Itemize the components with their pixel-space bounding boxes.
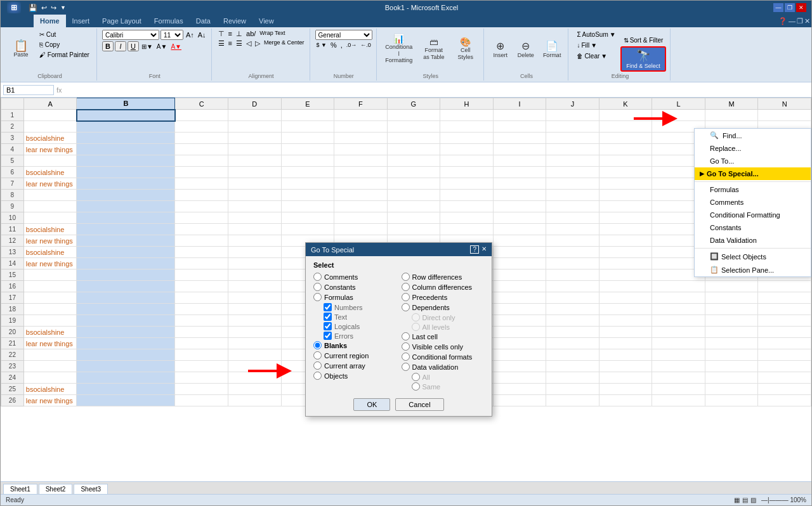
col-header-B[interactable]: B xyxy=(77,98,175,110)
cell-M20[interactable] xyxy=(705,327,758,338)
customize-qa-btn[interactable]: ▼ xyxy=(59,4,67,11)
cell-D21[interactable] xyxy=(228,338,282,349)
cell-E11[interactable] xyxy=(281,224,334,235)
cell-J4[interactable] xyxy=(546,144,599,155)
cell-C19[interactable] xyxy=(175,315,228,327)
format-cells-button[interactable]: 📄 Format xyxy=(540,30,565,68)
cell-J13[interactable] xyxy=(546,247,599,258)
cell-K6[interactable] xyxy=(599,167,652,178)
col-header-K[interactable]: K xyxy=(599,98,652,110)
col-header-L[interactable]: L xyxy=(652,98,705,110)
view-normal-btn[interactable]: ▦ xyxy=(734,496,740,503)
cell-I4[interactable] xyxy=(493,144,546,155)
cell-K17[interactable] xyxy=(599,292,652,304)
cell-J26[interactable] xyxy=(546,395,599,406)
cell-C8[interactable] xyxy=(175,190,228,201)
cell-H2[interactable] xyxy=(440,121,494,133)
zoom-slider[interactable]: —|——— 100% xyxy=(761,496,806,503)
cell-K3[interactable] xyxy=(599,133,652,144)
cell-E3[interactable] xyxy=(281,133,334,144)
col-header-G[interactable]: G xyxy=(387,98,440,110)
radio-comments-input[interactable] xyxy=(313,273,322,281)
cell-K10[interactable] xyxy=(599,212,652,224)
cell-J16[interactable] xyxy=(546,281,599,292)
cell-M22[interactable] xyxy=(705,349,758,361)
cell-A3[interactable]: bsocialshine xyxy=(23,133,77,144)
sheet-tab-2[interactable]: Sheet2 xyxy=(39,484,73,494)
cell-N20[interactable] xyxy=(758,327,811,338)
cell-D19[interactable] xyxy=(228,315,282,327)
format-as-table-button[interactable]: 🗃 Format as Table xyxy=(419,30,449,68)
cell-B7[interactable] xyxy=(77,178,175,190)
cell-K12[interactable] xyxy=(599,235,652,247)
cell-B13[interactable] xyxy=(77,247,175,258)
office-button[interactable]: ⊞ xyxy=(7,2,21,13)
cell-M16[interactable] xyxy=(705,281,758,292)
cell-D22[interactable] xyxy=(228,349,282,361)
cell-N19[interactable] xyxy=(758,315,811,327)
increase-indent-btn[interactable]: ▷ xyxy=(254,39,261,48)
cell-I20[interactable] xyxy=(493,327,546,338)
cell-A12[interactable]: lear new things xyxy=(23,235,77,247)
italic-button[interactable]: I xyxy=(115,41,126,51)
radio-col-diff-input[interactable] xyxy=(402,283,410,291)
col-header-D[interactable]: D xyxy=(228,98,282,110)
sub-errors-input[interactable] xyxy=(324,332,332,340)
cell-A8[interactable] xyxy=(23,190,77,201)
cell-I9[interactable] xyxy=(493,201,546,212)
cell-I18[interactable] xyxy=(493,304,546,315)
ribbon-minimize-btn[interactable]: — xyxy=(789,17,796,25)
sub-same-val-input[interactable] xyxy=(412,382,420,391)
insert-cells-button[interactable]: ⊕ Insert xyxy=(489,30,512,68)
cell-G3[interactable] xyxy=(387,133,440,144)
radio-objects-input[interactable] xyxy=(313,372,322,380)
percent-btn[interactable]: % xyxy=(329,41,338,49)
sub-numbers-input[interactable] xyxy=(324,303,332,311)
cell-D11[interactable] xyxy=(228,224,282,235)
cell-J12[interactable] xyxy=(546,235,599,247)
increase-decimal-btn[interactable]: .0→ xyxy=(345,42,358,48)
cell-N21[interactable] xyxy=(758,338,811,349)
cell-N17[interactable] xyxy=(758,292,811,304)
cell-A20[interactable]: bsocialshine xyxy=(23,327,77,338)
cell-D15[interactable] xyxy=(228,269,282,281)
tab-formulas[interactable]: Formulas xyxy=(148,15,190,27)
cell-K2[interactable] xyxy=(599,121,652,133)
tab-view[interactable]: View xyxy=(252,15,280,27)
cell-E4[interactable] xyxy=(281,144,334,155)
cell-B22[interactable] xyxy=(77,349,175,361)
sub-all-val-input[interactable] xyxy=(412,373,420,381)
view-preview-btn[interactable]: ▨ xyxy=(750,496,756,503)
ribbon-close-btn[interactable]: ✕ xyxy=(804,17,810,25)
cell-B14[interactable] xyxy=(77,258,175,269)
font-size-select[interactable]: 11 xyxy=(160,30,183,40)
cell-J21[interactable] xyxy=(546,338,599,349)
find-menu-item[interactable]: 🔍 Find... xyxy=(695,129,811,142)
cell-J10[interactable] xyxy=(546,212,599,224)
cell-M1[interactable] xyxy=(705,110,758,121)
sub-logicals-input[interactable] xyxy=(324,322,332,330)
cell-D4[interactable] xyxy=(228,144,282,155)
dialog-help-button[interactable]: ? xyxy=(470,245,479,254)
cell-D5[interactable] xyxy=(228,155,282,167)
cell-H6[interactable] xyxy=(440,167,494,178)
cell-J11[interactable] xyxy=(546,224,599,235)
cell-D14[interactable] xyxy=(228,258,282,269)
cell-I22[interactable] xyxy=(493,349,546,361)
cell-D17[interactable] xyxy=(228,292,282,304)
cell-D26[interactable] xyxy=(228,395,282,406)
cell-D20[interactable] xyxy=(228,327,282,338)
cell-G9[interactable] xyxy=(387,201,440,212)
cell-H1[interactable] xyxy=(440,110,494,121)
cell-K4[interactable] xyxy=(599,144,652,155)
find-select-button[interactable]: 🔭 Find & Select xyxy=(620,46,667,72)
radio-current-array-input[interactable] xyxy=(313,361,322,370)
cell-N18[interactable] xyxy=(758,304,811,315)
cell-K16[interactable] xyxy=(599,281,652,292)
cell-K5[interactable] xyxy=(599,155,652,167)
cell-A1[interactable] xyxy=(23,110,77,121)
cell-I11[interactable] xyxy=(493,224,546,235)
cell-E6[interactable] xyxy=(281,167,334,178)
radio-precedents-input[interactable] xyxy=(402,293,410,301)
cell-D1[interactable] xyxy=(228,110,282,121)
